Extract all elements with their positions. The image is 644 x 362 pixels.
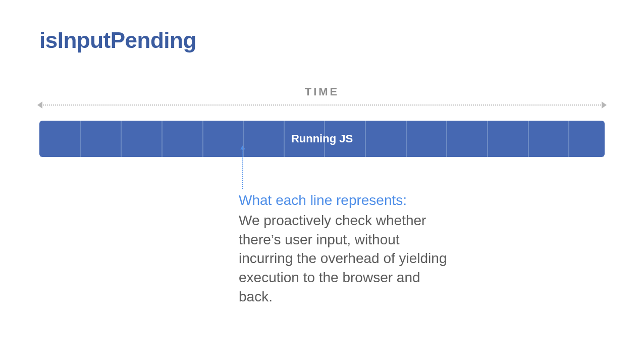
annotation-body: We proactively check whether there’s use… [239, 211, 456, 306]
annotation-heading: What each line represents: [239, 191, 456, 210]
bar-tick [446, 121, 447, 157]
time-axis-label: TIME [39, 85, 605, 98]
bar-tick [80, 121, 81, 157]
bar-tick [121, 121, 122, 157]
page-title: isInputPending [39, 28, 605, 53]
bar-tick [162, 121, 163, 157]
bar-tick [365, 121, 366, 157]
bar-tick [243, 121, 244, 157]
bar-tick [528, 121, 529, 157]
time-axis [39, 101, 605, 109]
running-js-bar: Running JS [39, 121, 605, 157]
running-js-label: Running JS [291, 132, 353, 145]
bar-tick [406, 121, 407, 157]
slide: isInputPending TIME Running JS What each… [0, 0, 644, 362]
bar-tick [568, 121, 569, 157]
bar-tick [284, 121, 285, 157]
bar-tick [202, 121, 203, 157]
bar-tick [487, 121, 488, 157]
arrow-right-icon [602, 101, 607, 109]
axis-line [41, 105, 603, 106]
running-js-bar-container: Running JS [39, 121, 605, 157]
annotation-block: What each line represents: We proactivel… [239, 191, 456, 306]
